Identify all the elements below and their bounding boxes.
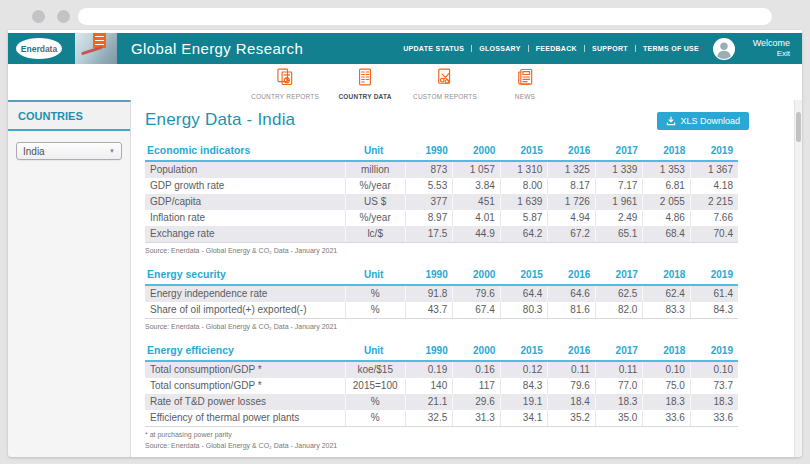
table-economic-indicators: Economic indicators Unit 199020002015201… [145,142,738,254]
row-unit: million [345,161,405,178]
row-value: 61.4 [690,285,738,302]
page-title: Energy Data - India [145,110,295,130]
tab-news[interactable]: NEWS [485,67,565,100]
row-value: 44.9 [453,226,501,243]
header-photo [75,33,117,64]
year-header: 2000 [453,342,501,361]
row-value: 79.6 [453,285,501,302]
year-header: 2016 [548,142,596,161]
link-update-status[interactable]: UPDATE STATUS [396,45,472,52]
row-label: Efficiency of thermal power plants [145,410,345,427]
row-value: 68.4 [643,226,691,243]
row-value: 2 215 [690,194,738,210]
row-value: 0.16 [453,361,501,378]
row-value: 0.10 [643,361,691,378]
link-glossary[interactable]: GLOSSARY [472,45,528,52]
row-value: 1 367 [690,161,738,178]
row-value: 73.7 [690,378,738,394]
row-value: 65.1 [595,226,643,243]
row-value: 873 [405,161,453,178]
row-value: 4.18 [690,178,738,194]
row-unit: 2015=100 [345,378,405,394]
logo-text-ener: Ener [21,44,40,54]
user-avatar-icon[interactable] [712,37,736,61]
row-value: 84.3 [690,302,738,319]
unit-header: Unit [345,266,405,285]
scrollbar-thumb[interactable] [796,112,801,142]
row-value: 0.12 [500,361,548,378]
row-value: 32.5 [405,410,453,427]
year-header: 2016 [548,342,596,361]
link-feedback[interactable]: FEEDBACK [529,45,585,52]
row-value: 79.6 [548,378,596,394]
row-value: 81.6 [548,302,596,319]
year-header: 2000 [453,142,501,161]
row-value: 8.00 [500,178,548,194]
row-value: 33.6 [643,410,691,427]
row-value: 0.19 [405,361,453,378]
window-button-close[interactable] [32,10,45,23]
year-header: 2018 [643,342,691,361]
row-value: 4.94 [548,210,596,226]
row-value: 77.0 [595,378,643,394]
row-value: 18.3 [643,394,691,410]
row-value: 19.1 [500,394,548,410]
row-value: 75.0 [643,378,691,394]
exit-link[interactable]: Exit [742,49,790,59]
row-value: 64.6 [548,285,596,302]
browser-titlebar [0,0,810,30]
footnote: * at purchasing power parity [145,431,738,438]
row-value: 0.11 [595,361,643,378]
year-header: 2018 [643,266,691,285]
row-label: Population [145,161,345,178]
row-value: 140 [405,378,453,394]
row-value: 2 055 [643,194,691,210]
welcome-block: Welcome Exit [742,38,790,59]
row-value: 5.87 [500,210,548,226]
row-value: 35.0 [595,410,643,427]
row-unit: % [345,410,405,427]
enerdata-logo[interactable]: Enerdata [16,38,62,59]
row-value: 2.49 [595,210,643,226]
row-value: 7.66 [690,210,738,226]
tab-country-reports[interactable]: COUNTRY REPORTS [245,67,325,100]
row-value: 117 [453,378,501,394]
table-energy-security: Energy security Unit 1990200020152016201… [145,266,738,330]
year-header: 1990 [405,142,453,161]
year-header: 2017 [595,266,643,285]
url-bar[interactable] [78,8,772,25]
table-row: Share of oil imported(+) exported(-)%43.… [145,302,738,319]
table-row: Energy independence rate%91.879.664.464.… [145,285,738,302]
xls-download-label: XLS Download [680,116,740,126]
link-terms-of-use[interactable]: TERMS OF USE [636,45,706,52]
row-value: 91.8 [405,285,453,302]
news-icon [515,67,535,91]
scrollbar-track[interactable] [794,100,802,457]
source-note: Source: Enerdata - Global Energy & CO₂ D… [145,323,738,330]
row-value: 6.81 [643,178,691,194]
row-label: Total consumption/GDP * [145,361,345,378]
row-value: 1 639 [500,194,548,210]
year-header: 2016 [548,266,596,285]
row-value: 29.6 [453,394,501,410]
country-select[interactable]: India ▼ [16,142,122,160]
logo-text-data: data [40,44,57,54]
sidebar-heading: COUNTRIES [8,102,130,131]
row-label: GDP/capita [145,194,345,210]
row-label: Energy independence rate [145,285,345,302]
xls-download-button[interactable]: XLS Download [657,112,749,130]
row-value: 1 057 [453,161,501,178]
row-value: 8.17 [548,178,596,194]
header-links: UPDATE STATUS GLOSSARY FEEDBACK SUPPORT … [396,45,706,52]
tab-custom-reports[interactable]: CUSTOM REPORTS [405,67,485,100]
table-row: Inflation rate%/year8.974.015.874.942.49… [145,210,738,226]
tab-country-data[interactable]: COUNTRY DATA [325,67,405,100]
row-value: 33.6 [690,410,738,427]
window-button-minimize[interactable] [57,10,70,23]
year-header: 1990 [405,342,453,361]
tab-label: COUNTRY REPORTS [251,93,319,100]
link-support[interactable]: SUPPORT [585,45,636,52]
main-nav: COUNTRY REPORTS COUNTRY DATA [8,64,802,100]
year-header: 2015 [500,266,548,285]
row-value: 43.7 [405,302,453,319]
